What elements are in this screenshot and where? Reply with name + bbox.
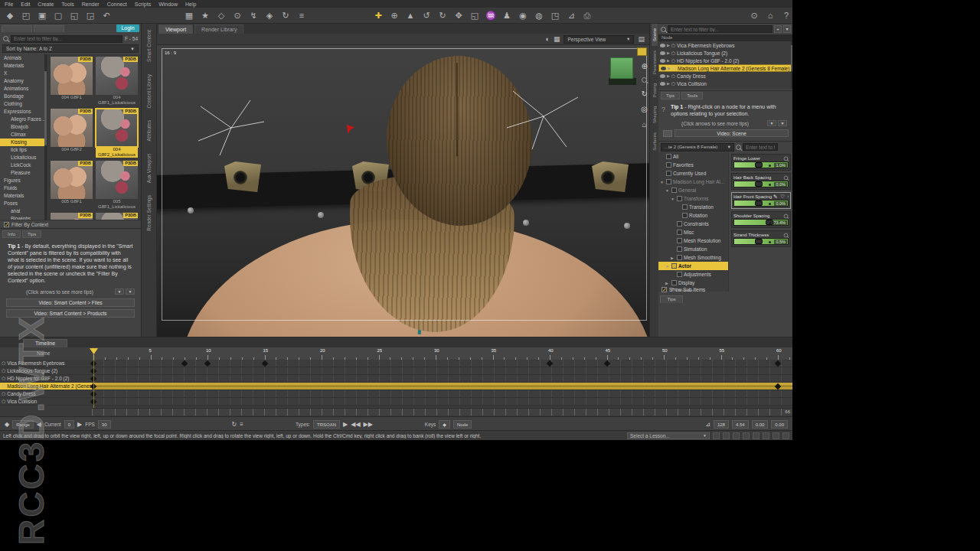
geometry-tool-icon[interactable]: ◍ [534,10,544,21]
scale-tool-icon[interactable]: ◱ [469,10,480,21]
status-button[interactable] [782,432,789,439]
parameter-group[interactable]: Mesh Resolution [658,236,728,245]
grid-icon[interactable]: ▦ [554,35,560,43]
key-tools-button[interactable]: ◆ [439,420,450,429]
menu-item[interactable]: File [2,2,16,7]
twist-tool-icon[interactable]: ↻ [437,10,448,21]
render-icon[interactable]: ⊙ [749,10,760,21]
figure-tool-icon[interactable]: ♟ [501,10,512,21]
timeline-ruler[interactable]: 051015202530354045505560 [92,347,792,360]
track-row[interactable] [92,375,792,383]
parameter-group[interactable]: ▼ General [658,186,728,194]
scene-node-row[interactable]: ▶ ⬠ HD Nipples for G8F - 2.0 (2) [658,57,792,64]
scene-dock-tab[interactable]: Scene [652,24,658,46]
menu-item[interactable]: Create [34,2,57,7]
scene-options-button[interactable]: ▾ [783,25,791,33]
files-tab[interactable] [2,25,32,32]
track-row[interactable] [92,360,792,367]
expand-arrow-icon[interactable]: ▶ [667,81,670,86]
scene-node-row[interactable]: ▶ ⬠ Madison Long Hair Alternate 2 (Genes… [658,64,792,72]
content-thumbnail[interactable]: P3DB 004 G8F1_Lickalicious [96,57,138,106]
menu-item[interactable]: Connect [104,2,130,7]
category-item[interactable]: Climax [0,131,47,139]
info-tab[interactable]: Info [2,230,21,238]
next-tip-button[interactable]: ▼ [778,120,787,126]
category-item[interactable]: Materials [0,62,47,70]
slider-track[interactable]: 1.0% [733,161,789,168]
content-thumbnail[interactable]: P3DB 005 G8F1 [51,161,93,210]
fps-field[interactable]: 30 [98,420,111,429]
rewind-icon[interactable]: ◀◀ [351,421,360,428]
menu-item[interactable]: Help [182,2,199,7]
create-light-icon[interactable]: ★ [200,10,211,21]
export-icon[interactable]: ◲ [85,10,96,21]
visibility-eye-icon[interactable] [660,44,665,47]
prev-tip-button[interactable]: ▼ [767,120,776,126]
loop-icon[interactable]: ↻ [232,421,237,428]
surface-tool-icon[interactable]: ◉ [518,10,528,21]
status-button[interactable] [773,432,779,439]
node-selection-icon[interactable]: ▲ [405,10,416,21]
category-item[interactable]: Allegro Faces ... [0,116,47,123]
scene-node-row[interactable]: ▶ ⬠ Vica Collision [658,80,792,87]
rotate-tool-icon[interactable]: ↺ [421,10,432,21]
next-frame-icon[interactable]: ▶ [77,421,82,428]
menu-item[interactable]: Window [155,2,181,7]
content-thumbnail[interactable]: P3DB 004 G8F2_Lickalicious [96,109,138,158]
play-icon[interactable]: ▶ [343,421,348,428]
parameter-search-input[interactable] [743,143,778,151]
zoom-icon[interactable] [642,77,647,83]
status-button[interactable] [733,432,740,439]
parameter-settings-icon[interactable] [784,214,789,218]
category-item[interactable]: Bondage [0,93,47,100]
options-icon[interactable]: ≡ [240,421,243,428]
login-button[interactable]: Login [116,24,139,32]
dock-tab[interactable]: Attributes [145,114,153,147]
track-row[interactable] [92,383,792,390]
filter-checkbox[interactable]: ✓ [4,222,9,227]
status-button[interactable] [743,432,750,439]
node-dropdown[interactable]: Node [453,420,472,429]
track-row[interactable] [92,390,792,398]
show-sub-checkbox[interactable]: ✓ [662,287,667,292]
create-camera-icon[interactable]: ▦ [184,10,194,21]
parameter-settings-icon[interactable] [784,175,789,180]
parameter-group[interactable]: Currently Used [658,169,728,178]
scene-search-input[interactable] [668,25,773,33]
scene-node-row[interactable]: ▶ ⬠ Lickalicious Tongue (2) [658,49,792,57]
universal-tool-icon[interactable]: ⊕ [389,10,400,21]
parameter-group[interactable]: ▼ Madison Long Hair Al... [658,178,728,186]
slider-track[interactable]: 73.4% [733,219,789,226]
parameter-group[interactable]: Simulation [658,245,728,253]
create-list-icon[interactable]: ≡ [296,10,307,21]
viewport-canvas[interactable]: 16 : 9 ⊕ ↻ ◎ ⌂ [157,45,649,337]
menu-item[interactable]: Render [79,2,103,7]
visibility-eye-icon[interactable] [660,74,665,78]
dock-tab[interactable]: Smart Content [145,24,153,68]
expand-arrow-icon[interactable]: ▶ [667,51,670,55]
dock-tab[interactable]: Surfaces [652,128,658,155]
status-button[interactable] [763,432,769,439]
spot-render-icon[interactable]: ◳ [550,10,560,21]
parameter-group[interactable]: Misc [658,228,728,236]
video-scene-button[interactable]: Video: Scene [675,129,789,137]
stat-field[interactable]: 0.00 [771,420,788,429]
dock-tab[interactable]: Shaping [652,102,658,128]
content-thumbnail[interactable]: P3DB 004 G8F2 [51,109,93,158]
camera-selector[interactable]: Perspective View▼ [564,35,634,44]
menu-item[interactable]: Edit [18,2,33,7]
tips-bottom-tab[interactable]: Tips [660,295,683,303]
slider-hover-icons[interactable]: ✎ ♡ ⊗ [773,194,789,200]
viewport-options-icon[interactable]: ▤ [638,35,645,43]
node-selector[interactable]: …te 2 (Genesis 8 Female)▼ [661,143,734,152]
store-icon[interactable]: ⌂ [765,10,776,21]
scene-node-row[interactable]: ▶ ⬠ Candy Dress [658,72,792,80]
menu-item[interactable]: Tools [58,2,77,7]
category-item[interactable]: Blowjobs [0,215,47,220]
parameter-group[interactable]: ▶ Display [658,279,728,287]
category-item[interactable]: Fluids [0,184,47,192]
expand-arrow-icon[interactable]: ▶ [667,43,670,47]
parameter-group[interactable]: All [658,152,728,161]
products-tab[interactable] [34,25,64,32]
track-row[interactable] [92,367,792,375]
